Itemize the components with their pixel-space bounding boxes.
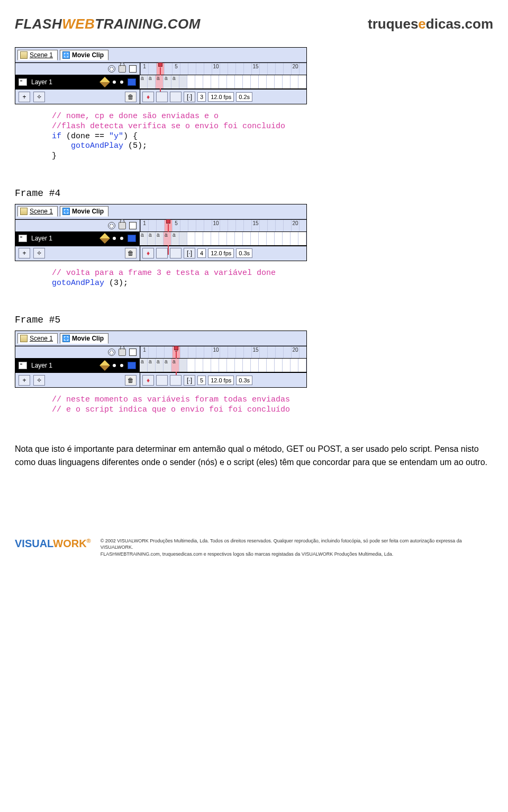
scene-crumb[interactable]: Scene 1 [17, 50, 58, 60]
elapsed-field: 0.3s [236, 248, 252, 258]
fps-field: 12.0 fps [208, 92, 234, 102]
add-guide-button[interactable]: ✧ [33, 248, 45, 258]
scene-crumb[interactable]: Scene 1 [17, 206, 58, 217]
movieclip-crumb[interactable]: Movie Clip [60, 50, 108, 60]
keyframe[interactable]: a [171, 75, 179, 88]
movieclip-icon [62, 335, 70, 342]
current-frame-field: 5 [197, 376, 206, 385]
elapsed-field: 0.3s [236, 376, 252, 385]
frame-4-label: Frame #4 [15, 188, 493, 199]
edit-multiple-icon[interactable]: [·] [184, 375, 195, 386]
outline-color[interactable] [128, 78, 136, 86]
page-footer: VISUALWORK® © 2002 VISUALWORK Produções … [15, 485, 493, 562]
playhead[interactable] [157, 63, 165, 75]
add-layer-button[interactable]: + [19, 375, 30, 386]
onion-outline-icon[interactable] [170, 375, 182, 386]
actionscript-code-2: // volta para a frame 3 e testa a variáv… [15, 265, 493, 292]
layer-icon [19, 78, 27, 86]
layer-name: Layer 1 [31, 362, 52, 369]
frame-strip[interactable]: a a a a a [140, 232, 306, 245]
elapsed-field: 0.2s [236, 92, 252, 102]
keyframe-current[interactable]: a [164, 232, 171, 245]
movieclip-icon [62, 51, 70, 59]
layer-row[interactable]: Layer 1 a a a a a [15, 75, 306, 89]
fps-field: 12.0 fps [208, 248, 234, 258]
keyframe[interactable]: a [148, 75, 156, 88]
lock-icon[interactable] [119, 222, 126, 229]
keyframe-current[interactable]: a [156, 75, 164, 88]
visibility-icon[interactable] [108, 222, 115, 229]
frame-5-label: Frame #5 [15, 315, 493, 325]
lock-dot[interactable] [120, 81, 123, 84]
logo-flashwebtraining: FLASHWEBTRAINING.COM [15, 16, 201, 32]
scene-crumb[interactable]: Scene 1 [17, 333, 58, 344]
edit-multiple-icon[interactable]: [·] [184, 248, 195, 258]
edit-multiple-icon[interactable]: [·] [184, 92, 195, 102]
onion-skin-icon[interactable] [156, 92, 168, 102]
timeline-panel-3: Scene 1 Movie Clip 1 ... 5 .... 10 .... … [15, 331, 307, 388]
timeline-header: 1 . . 5 .... 10 .... 15 .... 20 [15, 63, 306, 75]
pencil-icon [99, 77, 110, 87]
frame-strip[interactable]: a a a a a [140, 75, 306, 88]
keyframe[interactable]: a [140, 75, 148, 88]
logo-truquesedicas: truquesedicas.com [368, 16, 493, 32]
visibility-icon[interactable] [108, 65, 115, 73]
pencil-icon [99, 360, 110, 371]
visibility-icon[interactable] [108, 349, 115, 356]
keyframe[interactable]: a [164, 75, 171, 88]
onion-skin-icon[interactable] [156, 375, 168, 386]
onion-skin-icon[interactable] [156, 248, 168, 258]
onion-outline-icon[interactable] [170, 248, 182, 258]
layer-icon [19, 235, 27, 242]
movieclip-crumb[interactable]: Movie Clip [60, 333, 108, 344]
breadcrumb-bar: Scene 1 Movie Clip [15, 48, 306, 63]
add-guide-button[interactable]: ✧ [33, 375, 45, 386]
lock-icon[interactable] [119, 349, 126, 356]
timeline-panel-1: Scene 1 Movie Clip 1 . . 5 .... [15, 47, 307, 104]
fps-field: 12.0 fps [208, 376, 234, 385]
lock-icon[interactable] [119, 65, 126, 73]
timeline-panel-2: Scene 1 Movie Clip 1 .. 5 .... 10 .... 1… [15, 204, 307, 261]
scene-icon [20, 51, 28, 59]
timeline-footer: + ✧ 🗑 ♦ [·] 3 12.0 fps 0.2s [15, 89, 306, 104]
paragraph-text: Nota que isto é importante para determin… [15, 443, 493, 469]
layer-icon [19, 362, 27, 369]
delete-layer-button[interactable]: 🗑 [125, 92, 137, 102]
frame-strip[interactable]: a a a a a [140, 359, 306, 372]
delete-layer-button[interactable]: 🗑 [125, 375, 137, 386]
visualwork-logo: VISUALWORK® [15, 538, 91, 550]
movieclip-crumb[interactable]: Movie Clip [60, 206, 108, 217]
current-frame-field: 3 [197, 92, 206, 102]
center-frame-icon[interactable]: ♦ [142, 248, 154, 258]
center-frame-icon[interactable]: ♦ [142, 375, 154, 386]
scene-icon [20, 208, 28, 215]
layer-row[interactable]: Layer 1 a a a a a [15, 359, 306, 372]
outline-color[interactable] [128, 235, 136, 242]
add-guide-button[interactable]: ✧ [33, 92, 45, 102]
frame-ruler[interactable]: 1 .. 5 .... 10 .... 15 .... 20 [140, 220, 300, 231]
outline-color[interactable] [128, 362, 136, 369]
actionscript-code-1: // nome, cp e done são enviadas e o //fl… [15, 109, 493, 165]
playhead[interactable]: 5 [173, 346, 180, 358]
page-header: FLASHWEBTRAINING.COM truquesedicas.com [15, 11, 493, 42]
frame-ruler[interactable]: 1 . . 5 .... 10 .... 15 .... 20 [140, 63, 300, 75]
delete-layer-button[interactable]: 🗑 [125, 248, 137, 258]
actionscript-code-3: // neste momento as variáveis foram toda… [15, 392, 493, 418]
layer-name: Layer 1 [31, 235, 52, 242]
vis-dot[interactable] [113, 81, 116, 84]
frame-ruler[interactable]: 1 ... 5 .... 10 .... 15 .... 20 [140, 346, 300, 358]
playhead[interactable] [165, 220, 173, 231]
pencil-icon [99, 233, 110, 244]
keyframe-current[interactable]: a [171, 359, 179, 372]
layer-row[interactable]: Layer 1 a a a a a [15, 232, 306, 246]
add-layer-button[interactable]: + [19, 248, 30, 258]
current-frame-field: 4 [197, 248, 206, 258]
center-frame-icon[interactable]: ♦ [142, 92, 154, 102]
layer-name: Layer 1 [31, 78, 52, 86]
scene-icon [20, 335, 28, 342]
add-layer-button[interactable]: + [19, 92, 30, 102]
outline-icon[interactable] [129, 349, 137, 356]
onion-outline-icon[interactable] [170, 92, 182, 102]
outline-icon[interactable] [129, 65, 137, 73]
outline-icon[interactable] [129, 222, 137, 229]
